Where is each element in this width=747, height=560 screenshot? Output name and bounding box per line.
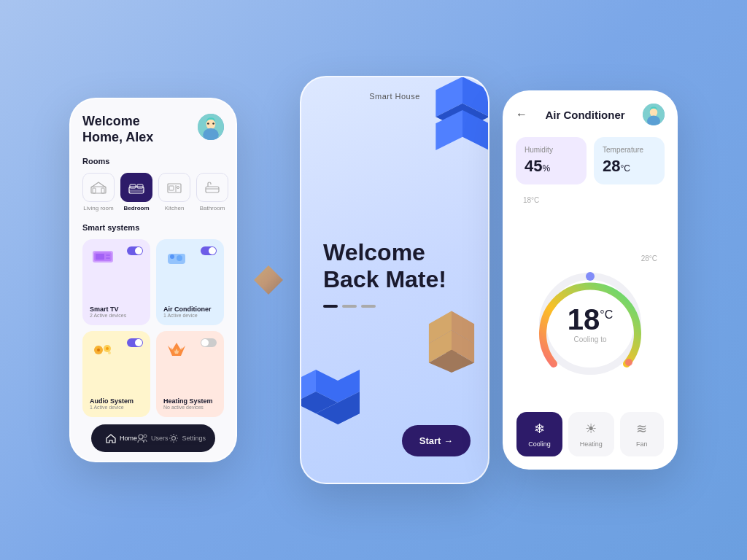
smart-house-label: Smart House [369, 92, 420, 101]
heating-label-btn: Heating [580, 440, 603, 448]
mode-heating[interactable]: ☀ Heating [568, 412, 614, 456]
svg-rect-22 [106, 257, 110, 259]
ac-avatar [643, 104, 665, 125]
arrow-connector [250, 262, 287, 298]
svg-point-26 [182, 254, 185, 257]
shape-blue-top [422, 77, 488, 150]
welcome-dots [323, 305, 473, 308]
svg-point-31 [96, 346, 98, 349]
ac-icon [163, 246, 190, 270]
svg-rect-16 [206, 187, 219, 192]
heating-status: No active devices [163, 405, 217, 410]
phone-home: Welcome Home, Alex Rooms [69, 98, 237, 462]
nav-settings[interactable]: Settings [169, 433, 206, 443]
max-temp-label: 28°C [641, 254, 657, 262]
smart-tv-status: 2 Active devices [90, 313, 143, 318]
svg-point-28 [97, 349, 100, 351]
ac-content: ← Air Conditioner Humidity 45% [504, 92, 676, 468]
card-top-tv [90, 246, 143, 270]
system-card-heating[interactable]: Heating System No active devices [156, 331, 224, 417]
svg-point-30 [106, 347, 109, 350]
system-card-smart-tv[interactable]: Smart TV 2 Active devices [82, 239, 150, 325]
bathroom-icon-wrap [196, 173, 228, 202]
temp-value: 28°C [603, 157, 656, 176]
rooms-row: Living room Bedroom [82, 173, 224, 211]
screens-container: Welcome Home, Alex Rooms [69, 76, 678, 484]
welcome-heading: Welcome Back Mate! [323, 239, 473, 293]
systems-grid: Smart TV 2 Active devices [82, 239, 224, 417]
system-card-audio[interactable]: Audio System 1 Active device [82, 331, 150, 417]
svg-rect-5 [91, 187, 106, 193]
nav-users-label: Users [151, 435, 169, 442]
cooling-label-btn: Cooling [528, 440, 551, 448]
mode-cooling[interactable]: ❄ Cooling [516, 412, 562, 456]
min-temp-label: 18°C [523, 196, 539, 262]
fan-icon: ≋ [636, 421, 647, 437]
living-room-icon-wrap [82, 173, 115, 202]
current-temp: 18°C [568, 305, 613, 334]
stats-row: Humidity 45% Temperature 28°C [516, 137, 665, 184]
temperature-card: Temperature 28°C [594, 137, 665, 184]
room-item-living[interactable]: Living room [82, 173, 115, 211]
svg-point-36 [139, 435, 143, 439]
welcome-content: Smart House Welcome Back Mate! [301, 77, 488, 483]
heating-name: Heating System [163, 397, 217, 405]
start-button[interactable]: Start → [402, 425, 471, 456]
heating-icon [163, 338, 190, 362]
cooling-icon: ❄ [534, 421, 545, 437]
mode-row: ❄ Cooling ☀ Heating ≋ Fan [516, 403, 665, 468]
room-item-bathroom[interactable]: Bathroom [196, 173, 228, 211]
system-card-ac[interactable]: Air Conditioner 1 Active device [156, 239, 224, 325]
shape-blue-bottom [301, 366, 367, 424]
rooms-section-title: Rooms [82, 157, 224, 166]
card-top-audio [90, 338, 143, 362]
bottom-nav: Home Users Settings [91, 424, 215, 452]
ac-status: 1 Active device [163, 313, 217, 318]
svg-point-15 [177, 187, 179, 189]
toggle-ac[interactable] [201, 246, 217, 255]
cooling-label: Cooling to [568, 335, 613, 343]
svg-rect-7 [101, 188, 104, 193]
home-header: Welcome Home, Alex [82, 114, 224, 145]
bedroom-label: Bedroom [123, 205, 149, 211]
svg-point-32 [108, 351, 111, 354]
back-button[interactable]: ← [516, 108, 527, 121]
dot-2 [342, 305, 357, 308]
svg-rect-13 [169, 186, 174, 190]
humidity-label: Humidity [525, 146, 578, 154]
bedroom-icon-wrap [120, 173, 152, 202]
thermostat-circle[interactable]: 18°C Cooling to [532, 265, 649, 382]
phone-welcome: Smart House Welcome Back Mate! [300, 76, 489, 484]
toggle-smart-tv[interactable] [127, 246, 143, 255]
nav-home-label: Home [120, 435, 137, 442]
tv-icon [90, 246, 116, 270]
card-top-heating [163, 338, 217, 362]
nav-home[interactable]: Home [106, 433, 137, 443]
kitchen-label: Kitchen [165, 205, 185, 211]
bathroom-label: Bathroom [200, 205, 225, 211]
ac-title: Air Conditioner [545, 109, 624, 121]
audio-icon [90, 338, 116, 362]
welcome-text: Welcome Back Mate! [316, 239, 473, 308]
card-top-ac [163, 246, 217, 270]
dot-1 [323, 305, 338, 308]
home-title: Welcome Home, Alex [82, 114, 153, 145]
phone-ac: ← Air Conditioner Humidity 45% [503, 90, 678, 470]
svg-point-25 [177, 255, 182, 261]
svg-point-62 [625, 359, 632, 366]
toggle-audio[interactable] [127, 338, 143, 347]
nav-users[interactable]: Users [137, 433, 169, 443]
mode-fan[interactable]: ≋ Fan [620, 412, 664, 456]
audio-name: Audio System [90, 397, 143, 405]
svg-point-58 [650, 108, 658, 117]
room-item-bedroom[interactable]: Bedroom [120, 173, 152, 211]
toggle-heating[interactable] [201, 338, 217, 347]
svg-point-37 [144, 435, 147, 438]
smart-systems-title: Smart systems [82, 223, 224, 232]
humidity-value: 45% [525, 157, 578, 176]
nav-settings-label: Settings [182, 435, 206, 442]
thermostat-inner: 18°C Cooling to [568, 305, 613, 343]
room-item-kitchen[interactable]: Kitchen [158, 173, 190, 211]
ac-header: ← Air Conditioner [516, 104, 665, 125]
greeting: Welcome Home, Alex [82, 114, 153, 145]
